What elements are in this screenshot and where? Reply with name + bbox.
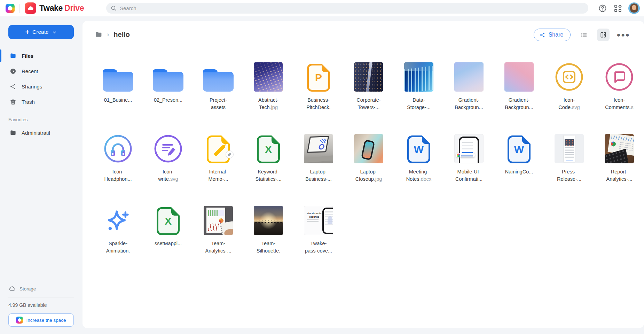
file-tile[interactable]: Gradient-Backgroun... (444, 62, 494, 126)
code-svg-icon (555, 62, 584, 92)
file-tile[interactable]: XKeyword-Statistics-... (243, 133, 293, 197)
thumbnail (605, 134, 634, 163)
comments-svg-icon (605, 62, 634, 92)
increase-space-button[interactable]: Increase the space (8, 313, 74, 327)
help-button[interactable] (598, 3, 607, 13)
file-name-line1: Icon- (614, 97, 625, 103)
file-tile[interactable]: aire de motssécuriséTwake-pass-cove... (293, 205, 344, 269)
file-tile[interactable]: Abstract-Tech.jpg (243, 62, 293, 126)
storage-header: Storage (8, 285, 74, 293)
folder-icon (10, 53, 16, 59)
file-name-line1: Sparkle- (109, 241, 127, 246)
file-tile[interactable]: 01_Busine... (93, 62, 143, 126)
file-tile[interactable]: Team-Analytics-... (193, 205, 243, 269)
word-file-icon: W (407, 135, 430, 163)
storage-label: Storage (19, 286, 36, 292)
twake-logo[interactable] (25, 2, 36, 14)
file-name-line1: Project- (210, 97, 227, 103)
grid-view-button[interactable] (597, 29, 610, 41)
file-name-line1: Laptop- (310, 169, 327, 174)
file-name: 01_Busine... (104, 96, 132, 104)
file-tile[interactable]: Team-Silhouette. (243, 205, 293, 269)
create-button[interactable]: + Create (8, 25, 74, 39)
file-tile[interactable]: WMeeting-Notes.docx (394, 133, 444, 197)
file-name-line1: Corporate- (356, 97, 380, 103)
file-tile[interactable]: Icon-write.svg (143, 133, 193, 197)
file-name-line1: Icon- (163, 169, 174, 174)
root-folder-icon[interactable] (95, 31, 102, 38)
file-tile[interactable]: Icon-Comments.s (594, 62, 644, 126)
file-name: Gradient-Backgroun... (505, 96, 533, 111)
sidebar-item-sharings[interactable]: Sharings (0, 79, 83, 94)
file-tile[interactable]: Internal-Memo-... (193, 133, 243, 197)
thumbnail (404, 62, 433, 92)
file-name-line2: Release-... (557, 176, 581, 182)
app-launcher-icon[interactable] (6, 4, 15, 13)
file-icon-area (605, 133, 634, 163)
file-tile[interactable]: 02_Presen... (143, 62, 193, 126)
share-button[interactable]: Share (534, 29, 571, 41)
file-name-line2: pass-cove... (305, 248, 332, 254)
file-tile[interactable]: Laptop-Business-... (293, 133, 344, 197)
file-name-line1: Internal- (209, 169, 227, 174)
sidebar-item-administratif[interactable]: Administratif (0, 125, 83, 140)
file-tile[interactable]: PBusiness-PitchDeck. (293, 62, 344, 126)
file-name-line2: PitchDeck. (306, 104, 330, 110)
file-tile[interactable]: Press-Release-... (544, 133, 594, 197)
cloud-icon (8, 285, 16, 293)
file-tile[interactable]: Laptop-Closeup.jpg (344, 133, 394, 197)
chevron-down-icon (52, 30, 57, 35)
file-icon-area (304, 133, 333, 163)
help-icon (598, 4, 607, 13)
file-name-line1: Icon- (112, 169, 124, 174)
file-tile[interactable]: Project-assets (193, 62, 243, 126)
file-tile[interactable]: Data-Storage-... (394, 62, 444, 126)
search-input[interactable] (120, 5, 550, 11)
sparkle-icon (105, 209, 131, 235)
list-view-button[interactable] (578, 29, 590, 41)
search-bar[interactable] (106, 3, 588, 14)
file-tile[interactable]: WNamingCo... (494, 133, 544, 197)
file-name-line2: Statistics-... (256, 176, 282, 182)
file-tile[interactable]: Sparkle-Animation. (93, 205, 143, 269)
sidebar-item-label: Administratif (22, 130, 50, 136)
user-avatar[interactable] (628, 2, 640, 14)
file-name-line1: ssetMappi... (155, 241, 182, 246)
file-icon-area (354, 62, 383, 92)
file-icon-area: X (257, 133, 280, 163)
file-tile[interactable]: XssetMappi... (143, 205, 193, 269)
file-name: Sparkle-Animation. (106, 240, 130, 255)
file-name: Business-PitchDeck. (306, 96, 330, 111)
file-name: ssetMappi... (155, 240, 182, 247)
file-tile[interactable]: Corporate-Towers-... (344, 62, 394, 126)
sidebar-item-recent[interactable]: Recent (0, 63, 83, 79)
file-name-line2: Towers-... (358, 104, 380, 110)
apps-grid-icon (614, 5, 621, 12)
topbar-actions (598, 0, 640, 16)
pencil-icon (214, 145, 225, 157)
increase-space-label: Increase the space (26, 318, 66, 323)
thumbnail (204, 206, 233, 235)
thumbnail (555, 134, 584, 163)
sidebar-item-files[interactable]: Files (0, 48, 83, 63)
file-tile[interactable]: Report-Analytics-... (594, 133, 644, 197)
file-name: Team-Analytics-... (205, 240, 231, 255)
file-name-line1: Press- (562, 169, 576, 174)
spreadsheet-file-icon: X (257, 135, 280, 163)
brand-product: Drive (64, 3, 84, 13)
file-tile[interactable]: Gradient-Backgroun... (494, 62, 544, 126)
more-options-button[interactable]: ●●● (616, 31, 630, 39)
link-badge-icon (226, 150, 234, 158)
file-tile[interactable]: Icon-Headphon... (93, 133, 143, 197)
file-extension: .jpg (374, 176, 382, 182)
file-name: Icon-write.svg (158, 168, 178, 183)
file-tile[interactable]: Icon-Code.svg (544, 62, 594, 126)
breadcrumb-chevron-icon: › (107, 31, 109, 38)
file-name-line1: Mobile-UI- (457, 169, 481, 174)
apps-grid-button[interactable] (613, 3, 623, 13)
file-icon-area: W (508, 133, 531, 163)
file-tile[interactable]: Mobile-UI-Confirmati... (444, 133, 494, 197)
favorites-section-label: Favorites (8, 117, 83, 122)
file-name-line1: NamingCo... (505, 169, 533, 174)
sidebar-item-trash[interactable]: Trash (0, 94, 83, 109)
